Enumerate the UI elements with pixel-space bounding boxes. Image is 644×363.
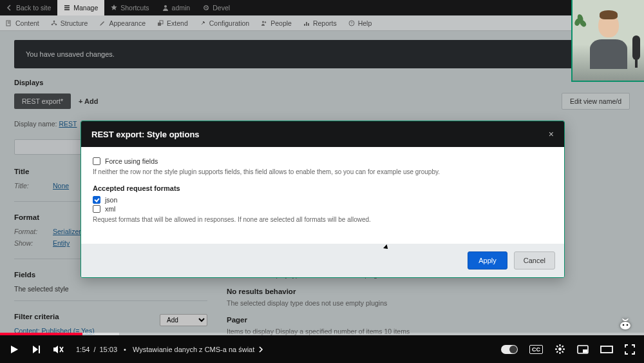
devel-label: Devel	[213, 4, 230, 12]
force-fields-help: If neither the row nor the style plugin …	[93, 168, 553, 177]
svg-point-19	[558, 348, 562, 351]
theater-icon[interactable]	[600, 345, 613, 354]
configuration-menu[interactable]: Configuration	[194, 15, 255, 30]
help-menu[interactable]: ? Help	[343, 15, 378, 30]
settings-icon[interactable]	[554, 344, 565, 355]
display-name-link[interactable]: REST	[59, 120, 77, 128]
svg-rect-11	[304, 24, 305, 26]
edit-view-name-button[interactable]: Edit view name/d	[562, 93, 630, 110]
fullscreen-icon[interactable]	[625, 344, 635, 355]
xml-label: xml	[105, 205, 115, 213]
rest-export-tab[interactable]: REST export*	[14, 93, 71, 109]
admin-toolbar: Back to site Manage Shortcuts admin Deve…	[0, 0, 644, 15]
svg-point-16	[620, 322, 630, 329]
autoplay-toggle[interactable]	[501, 345, 518, 354]
svg-text:?: ?	[350, 21, 353, 25]
extend-menu[interactable]: Extend	[151, 15, 194, 30]
admin-user-link[interactable]: admin	[156, 0, 197, 15]
appearance-menu[interactable]: Appearance	[93, 15, 151, 30]
title-value-link[interactable]: None	[53, 182, 69, 190]
accepted-formats-heading: Accepted request formats	[93, 184, 553, 192]
force-using-fields-checkbox[interactable]	[93, 157, 100, 165]
shortcuts-link[interactable]: Shortcuts	[104, 0, 155, 15]
back-to-site-label: Back to site	[16, 4, 51, 12]
json-checkbox[interactable]	[93, 196, 100, 204]
play-icon[interactable]	[9, 344, 19, 355]
content-menu[interactable]: Content	[0, 15, 45, 30]
manage-label: Manage	[73, 4, 98, 12]
add-display-button[interactable]: + Add	[79, 97, 98, 105]
svg-point-18	[627, 324, 629, 326]
mute-icon[interactable]	[53, 344, 64, 355]
reports-menu[interactable]: Reports	[298, 15, 343, 30]
xml-checkbox[interactable]	[93, 205, 100, 213]
people-menu[interactable]: People	[255, 15, 298, 30]
captions-button[interactable]: CC	[529, 345, 543, 354]
video-player-controls: 1:54 / 15:03 • Wystawianie danych z CMS-…	[0, 335, 644, 363]
cancel-button[interactable]: Cancel	[514, 251, 555, 270]
devel-link[interactable]: Devel	[196, 0, 236, 15]
svg-point-2	[205, 7, 207, 8]
displays-heading: Displays	[14, 79, 630, 86]
no-results-heading: No results behavior	[227, 288, 630, 295]
next-icon[interactable]	[31, 344, 41, 355]
accepted-formats-help: Request formats that will be allowed in …	[93, 215, 553, 224]
miniplayer-icon[interactable]	[577, 345, 589, 354]
svg-point-9	[262, 21, 264, 23]
back-to-site-link[interactable]: Back to site	[0, 0, 57, 15]
pager-heading: Pager	[227, 316, 630, 324]
webcam-overlay	[571, 0, 644, 82]
unsaved-changes-alert: You have unsaved changes.	[14, 40, 630, 68]
filter-add-select[interactable]: Add	[160, 314, 207, 326]
admin-menu: Content Structure Appearance Extend Conf…	[0, 15, 644, 31]
svg-point-17	[623, 324, 625, 326]
fields-info-text: The selected style	[14, 285, 207, 293]
svg-rect-13	[308, 23, 309, 26]
shortcuts-label: Shortcuts	[120, 4, 149, 12]
svg-rect-21	[583, 349, 587, 353]
style-options-modal: REST export: Style options × Force using…	[80, 121, 565, 278]
channel-logo-icon	[618, 317, 632, 331]
structure-menu[interactable]: Structure	[45, 15, 94, 30]
svg-rect-22	[601, 346, 612, 353]
svg-point-4	[53, 20, 55, 22]
chevron-right-icon	[258, 346, 263, 353]
no-results-text: The selected display type does not use e…	[227, 299, 630, 307]
filter-section-heading: Filter criteria	[14, 313, 59, 320]
manage-link[interactable]: Manage	[57, 0, 104, 15]
svg-point-10	[265, 21, 266, 23]
format-value-link[interactable]: Serializer	[53, 228, 81, 235]
show-value-link[interactable]: Entity	[53, 239, 70, 247]
modal-title: REST export: Style options	[91, 130, 200, 139]
force-using-fields-label: Force using fields	[105, 157, 158, 165]
admin-user-label: admin	[172, 4, 191, 12]
time-display: 1:54 / 15:03 • Wystawianie danych z CMS-…	[76, 346, 263, 353]
close-icon[interactable]: ×	[549, 129, 554, 139]
cursor-icon	[384, 244, 389, 250]
apply-button[interactable]: Apply	[468, 251, 507, 270]
svg-point-0	[164, 5, 167, 8]
svg-rect-12	[306, 22, 307, 26]
json-label: json	[105, 196, 117, 204]
video-title[interactable]: Wystawianie danych z CMS-a na świat	[133, 346, 254, 353]
